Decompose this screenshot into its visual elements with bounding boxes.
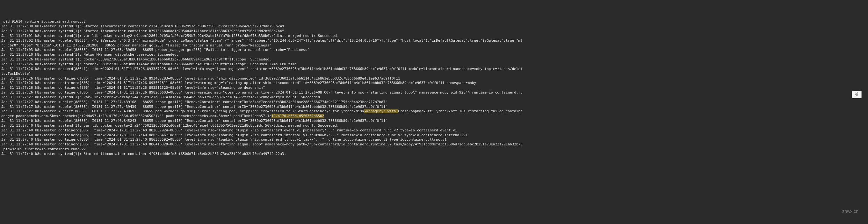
log-line: Jan 31 11:27:26 k8s-master systemd[1]: d… [1,57,867,62]
log-line: Jan 31 11:27:40 k8s-master systemd[1]: v… [1,123,867,128]
log-line: Jan 31 11:27:27 k8s-master kubelet[88655… [1,100,867,105]
log-line: pid=91614 runtime=io.containerd.runc.v2 [1,20,867,24]
log-line: Jan 31 11:27:26 k8s-master dockerd[88041… [1,67,867,72]
log-line: Jan 31 11:27:40 k8s-master kubelet[88655… [1,119,867,123]
log-line: Jan 31 11:27:03 k8s-master kubelet[88655… [1,48,867,52]
log-line: Jan 31 11:27:40 k8s-master containerd[80… [1,133,867,138]
terminal-output[interactable]: pid=91614 runtime=io.containerd.runc.v2J… [1,20,867,156]
log-line: Jan 31 11:27:40 k8s-master containerd[80… [1,142,867,147]
log-line: anager pod=openebs-ndm-5bmxz_openebs(bf2… [1,114,867,119]
log-line: Jan 31 11:27:40 k8s-master containerd[80… [1,128,867,133]
log-line: Jan 31 11:27:26 k8s-master containerd[80… [1,85,867,90]
log-line: Jan 31 11:27:26 k8s-master containerd[80… [1,90,867,95]
watermark: znwx.cn [842,209,859,215]
log-line: Jan 31 11:27:27 k8s-master kubelet[88655… [1,105,867,109]
log-line: Jan 31 11:27:27 k8s-master kubelet[88655… [1,109,867,114]
log-line: Jan 31 11:27:10 k8s-master systemd[1]: N… [1,52,867,57]
log-line: pid=92169 runtime=io.containerd.runc.v2 [1,147,867,152]
log-line: Jan 31 11:27:26 k8s-master systemd[1]: d… [1,62,867,67]
log-line: Jan 31 11:27:00 k8s-master systemd[1]: S… [1,29,867,34]
log-line: ts.TaskDelete" [1,72,867,76]
log-line: Jan 31 11:27:27 k8s-master systemd[1]: v… [1,95,867,100]
highlight-segment: -manager\" with [364,109,398,113]
log-line: Jan 31 11:27:26 k8s-master containerd[80… [1,81,867,85]
log-line: Jan 31 11:27:02 k8s-master kubelet[88655… [1,38,867,43]
log-line: Jan 31 11:27:01 k8s-master systemd[1]: v… [1,34,867,38]
ime-indicator[interactable]: 英 [852,91,862,98]
log-line: Jan 31 11:27:00 k8s-master systemd[1]: S… [1,24,867,29]
highlight-segment: 19-4170-b36d-d5f0362a6502 [272,114,324,118]
log-line: Jan 31 11:27:40 k8s-master systemd[1]: S… [1,152,867,156]
log-line: Jan 31 11:27:40 k8s-master containerd[80… [1,138,867,142]
log-line: Jan 31 11:27:26 k8s-master containerd[80… [1,76,867,81]
log-line: ":"cbr0","type":"bridge"}I0131 11:27:02.… [1,43,867,48]
